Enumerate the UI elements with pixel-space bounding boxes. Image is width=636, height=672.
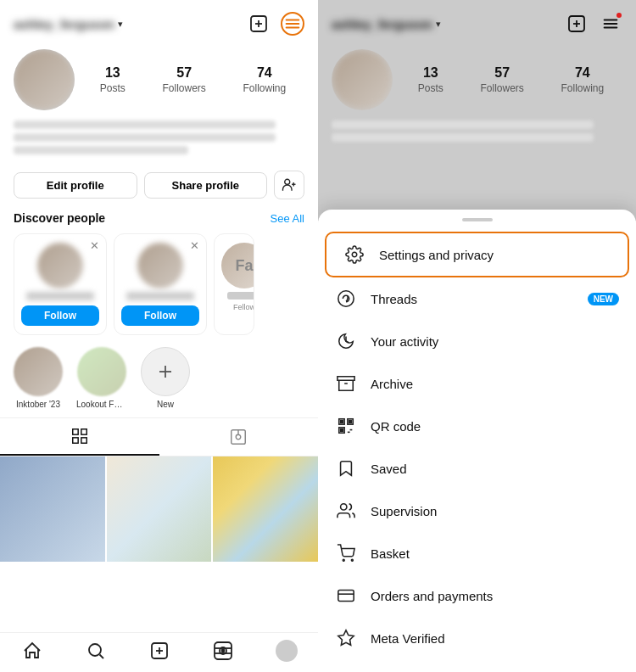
archive-label: Archive	[371, 377, 413, 391]
highlight-label-new: New	[157, 400, 174, 409]
threads-label: Threads	[371, 292, 417, 306]
orders-label: Orders and payments	[371, 589, 493, 603]
see-all-link[interactable]: See All	[271, 212, 304, 225]
bottom-nav	[0, 632, 318, 672]
grid-tabs	[0, 417, 318, 456]
right-bio-line-2	[332, 133, 594, 142]
photo-cell-2[interactable]	[107, 456, 212, 562]
card-name-1	[26, 292, 94, 300]
qr-code-label: QR code	[371, 419, 421, 434]
right-top-icons	[565, 12, 622, 36]
username-label: ashley_ferguson	[14, 17, 114, 31]
menu-saved[interactable]: Saved	[318, 447, 636, 490]
nav-search[interactable]	[64, 640, 127, 662]
menu-archive[interactable]: Archive	[318, 362, 636, 405]
saved-label: Saved	[371, 462, 407, 476]
top-icons	[247, 12, 304, 36]
card-avatar-partial: Fa	[221, 243, 254, 288]
right-bio-line-1	[332, 120, 594, 129]
close-icon-card1[interactable]: ✕	[90, 239, 99, 252]
menu-settings[interactable]: Settings and privacy	[325, 232, 629, 277]
discover-card-2: ✕ Follow	[114, 233, 207, 335]
nav-profile[interactable]	[254, 640, 318, 662]
add-post-icon[interactable]	[247, 12, 271, 36]
add-friend-button[interactable]	[274, 171, 304, 199]
activity-label: Your activity	[371, 334, 438, 349]
svg-rect-11	[73, 429, 78, 434]
right-following-count: 74	[575, 65, 590, 81]
basket-icon	[335, 542, 357, 564]
nav-add[interactable]	[127, 640, 191, 662]
nav-reels[interactable]	[191, 640, 254, 662]
following-count: 74	[257, 65, 272, 81]
right-profile-stats: 13 Posts 57 Followers 74 Following	[318, 41, 636, 119]
tab-tagged[interactable]	[159, 418, 319, 456]
follow-button-2[interactable]: Follow	[121, 305, 199, 326]
highlight-inktober[interactable]: Inktober '23	[14, 347, 63, 409]
svg-line-19	[99, 655, 103, 659]
following-stat[interactable]: 74 Following	[243, 65, 286, 94]
meta-verified-label: Meta Verified	[371, 631, 445, 646]
svg-rect-38	[341, 421, 343, 423]
card-name-partial	[227, 292, 254, 300]
photo-cell-3[interactable]	[213, 456, 318, 562]
discover-title: Discover people	[14, 211, 105, 225]
right-menu-icon-btn[interactable]	[599, 12, 622, 36]
svg-rect-13	[73, 438, 78, 443]
right-add-post-icon[interactable]	[565, 12, 589, 36]
menu-threads[interactable]: Threads NEW	[318, 277, 636, 320]
menu-supervision[interactable]: Supervision	[318, 490, 636, 532]
menu-meta-verified[interactable]: Meta Verified	[318, 617, 636, 659]
chevron-down-icon: ▾	[118, 19, 123, 30]
basket-label: Basket	[371, 546, 410, 561]
svg-rect-51	[338, 591, 354, 602]
followers-count: 57	[176, 65, 192, 81]
followers-stat[interactable]: 57 Followers	[162, 65, 205, 94]
right-following-label: Following	[561, 82, 604, 94]
bio-line-3	[14, 146, 188, 154]
discover-card-partial: Fa Fellow	[214, 233, 254, 335]
settings-label: Settings and privacy	[379, 248, 494, 262]
menu-close-friends[interactable]: Close friends	[318, 659, 636, 672]
close-icon-card2[interactable]: ✕	[190, 239, 199, 252]
settings-icon	[343, 244, 365, 266]
highlight-lookout[interactable]: Lookout Fair '...	[76, 347, 127, 409]
highlight-new[interactable]: New	[141, 347, 190, 409]
supervision-icon	[335, 500, 357, 522]
svg-point-25	[221, 650, 224, 652]
right-username-row[interactable]: ashley_ferguson ▾	[332, 17, 441, 31]
menu-icon-btn[interactable]	[281, 12, 304, 36]
photo-cell-1[interactable]	[0, 456, 105, 562]
nav-home[interactable]	[0, 640, 64, 662]
followers-label: Followers	[162, 82, 205, 94]
bio-line-1	[14, 120, 276, 129]
menu-orders[interactable]: Orders and payments	[318, 574, 636, 617]
svg-point-49	[343, 559, 344, 561]
svg-point-48	[341, 504, 347, 510]
card-avatar-2	[137, 243, 183, 288]
right-posts-stat: 13 Posts	[418, 65, 444, 94]
right-posts-count: 13	[423, 65, 438, 81]
menu-qr-code[interactable]: QR code	[318, 405, 636, 447]
menu-activity[interactable]: Your activity	[318, 320, 636, 362]
following-label: Following	[243, 82, 286, 94]
follow-button-1[interactable]: Follow	[21, 305, 99, 326]
highlight-label-2: Lookout Fair '...	[76, 400, 127, 409]
username-row[interactable]: ashley_ferguson ▾	[14, 17, 123, 31]
highlight-circle-2	[77, 347, 126, 396]
right-followers-count: 57	[494, 65, 510, 81]
discover-cards: ✕ Follow ✕ Follow Fa Fellow	[0, 230, 318, 339]
highlight-circle-new	[141, 347, 190, 396]
edit-profile-button[interactable]: Edit profile	[14, 172, 137, 199]
right-chevron-icon: ▾	[436, 19, 441, 30]
svg-rect-12	[81, 429, 86, 434]
bio-section	[0, 119, 318, 165]
photo-grid	[0, 456, 318, 632]
right-blur-overlay: ashley_ferguson ▾	[318, 0, 636, 221]
menu-basket[interactable]: Basket	[318, 532, 636, 574]
menu-handle	[462, 218, 493, 221]
tab-grid[interactable]	[0, 418, 159, 456]
share-profile-button[interactable]: Share profile	[144, 172, 268, 199]
posts-label: Posts	[100, 82, 126, 94]
svg-point-50	[351, 559, 353, 561]
